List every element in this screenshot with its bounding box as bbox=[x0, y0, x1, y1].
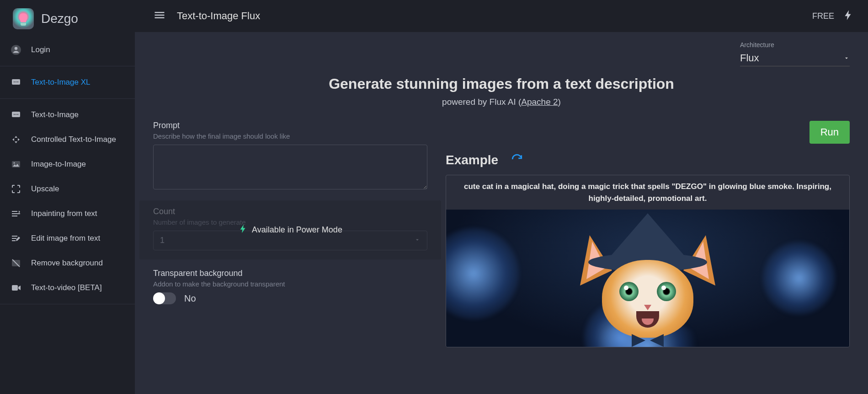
refresh-icon[interactable] bbox=[511, 153, 523, 167]
svg-rect-19 bbox=[12, 285, 18, 291]
example-prompt: cute cat in a magical hat, doing a magic… bbox=[446, 175, 849, 210]
svg-rect-12 bbox=[12, 211, 17, 212]
transparent-field-group: Transparent background Addon to make the… bbox=[153, 269, 427, 304]
svg-point-5 bbox=[17, 81, 18, 82]
architecture-value: Flux bbox=[740, 52, 759, 64]
svg-point-3 bbox=[14, 81, 15, 82]
svg-point-8 bbox=[16, 114, 16, 115]
brand-logo-icon bbox=[13, 8, 34, 29]
divider bbox=[0, 304, 135, 304]
sidebar-item-label: Inpainting from text bbox=[31, 209, 97, 218]
brand[interactable]: Dezgo bbox=[0, 0, 135, 38]
video-icon bbox=[10, 282, 22, 294]
divider bbox=[0, 66, 135, 66]
svg-point-9 bbox=[17, 114, 18, 115]
sidebar-item-label: Edit image from text bbox=[31, 234, 100, 243]
hero-subtitle: powered by Flux AI (Apache 2) bbox=[153, 97, 850, 107]
architecture-select[interactable]: Flux bbox=[740, 50, 850, 66]
hero-title: Generate stunning images from a text des… bbox=[153, 76, 850, 92]
login-label: Login bbox=[31, 45, 50, 54]
prompt-input[interactable] bbox=[153, 145, 427, 189]
message-icon bbox=[10, 76, 22, 88]
sidebar: Dezgo Login Text-to-Image XL Text-to-Ima… bbox=[0, 0, 135, 394]
count-field-group: Count Number of images to generate 1 Ava… bbox=[139, 200, 441, 259]
svg-rect-17 bbox=[12, 240, 16, 241]
svg-rect-13 bbox=[12, 213, 20, 214]
chevron-down-icon bbox=[843, 52, 850, 64]
svg-point-4 bbox=[16, 81, 16, 82]
svg-point-7 bbox=[14, 114, 15, 115]
svg-point-11 bbox=[14, 162, 15, 164]
account-icon bbox=[10, 44, 22, 56]
brand-name: Dezgo bbox=[41, 11, 78, 26]
bolt-icon[interactable] bbox=[842, 9, 854, 23]
transparent-toggle[interactable] bbox=[153, 292, 176, 304]
edit-text-icon bbox=[10, 232, 22, 244]
svg-rect-21 bbox=[155, 15, 165, 16]
page-title: Text-to-Image Flux bbox=[177, 10, 812, 22]
sidebar-item-controlled[interactable]: Controlled Text-to-Image bbox=[0, 127, 135, 152]
architecture-field[interactable]: Architecture Flux bbox=[740, 41, 850, 66]
controlled-icon bbox=[10, 134, 22, 146]
upscale-icon bbox=[10, 183, 22, 195]
sidebar-item-upscale[interactable]: Upscale bbox=[0, 177, 135, 201]
sidebar-item-edit-image[interactable]: Edit image from text bbox=[0, 226, 135, 251]
svg-point-1 bbox=[15, 47, 18, 50]
menu-icon[interactable] bbox=[153, 9, 166, 23]
example-title: Example bbox=[446, 153, 498, 167]
sidebar-item-image-to-image[interactable]: Image-to-Image bbox=[0, 152, 135, 177]
sidebar-item-remove-background[interactable]: Remove background bbox=[0, 251, 135, 275]
topbar: Text-to-Image Flux FREE bbox=[135, 0, 868, 32]
sidebar-item-label: Text-to-video [BETA] bbox=[31, 283, 102, 292]
prompt-field-group: Prompt Describe how the final image shou… bbox=[153, 121, 427, 191]
inpaint-icon bbox=[10, 208, 22, 220]
sidebar-item-label: Upscale bbox=[31, 184, 59, 194]
run-button[interactable]: Run bbox=[809, 121, 850, 144]
architecture-label: Architecture bbox=[740, 41, 850, 49]
svg-rect-16 bbox=[12, 238, 16, 239]
toggle-knob bbox=[153, 292, 165, 304]
sidebar-item-label: Image-to-Image bbox=[31, 160, 86, 169]
chevron-down-icon bbox=[414, 236, 421, 245]
count-hint: Number of images to generate bbox=[153, 218, 427, 226]
prompt-hint: Describe how the final image should look… bbox=[153, 132, 427, 140]
count-select[interactable]: 1 bbox=[153, 231, 427, 250]
sidebar-item-label: Controlled Text-to-Image bbox=[31, 135, 116, 144]
hero: Generate stunning images from a text des… bbox=[153, 76, 850, 107]
sidebar-item-label: Text-to-Image bbox=[31, 110, 79, 119]
remove-bg-icon bbox=[10, 257, 22, 269]
message-icon bbox=[10, 109, 22, 121]
transparent-hint: Addon to make the background transparent bbox=[153, 280, 427, 288]
sidebar-item-text-to-image[interactable]: Text-to-Image bbox=[0, 103, 135, 127]
license-link[interactable]: Apache 2 bbox=[521, 97, 558, 107]
svg-rect-15 bbox=[12, 236, 17, 237]
sidebar-item-text-to-video[interactable]: Text-to-video [BETA] bbox=[0, 275, 135, 300]
transparent-label: Transparent background bbox=[153, 269, 427, 278]
main: Text-to-Image Flux FREE Architecture Flu… bbox=[135, 0, 868, 394]
count-value: 1 bbox=[160, 236, 165, 245]
free-badge: FREE bbox=[812, 11, 834, 21]
picture-icon bbox=[10, 158, 22, 170]
sidebar-item-inpainting[interactable]: Inpainting from text bbox=[0, 201, 135, 226]
sidebar-item-label: Remove background bbox=[31, 259, 103, 268]
example-card: cute cat in a magical hat, doing a magic… bbox=[446, 175, 850, 347]
prompt-label: Prompt bbox=[153, 121, 427, 130]
content: Architecture Flux Generate stunning imag… bbox=[135, 32, 868, 394]
svg-rect-14 bbox=[12, 216, 17, 216]
divider bbox=[0, 98, 135, 99]
svg-rect-20 bbox=[155, 12, 165, 13]
sidebar-item-label: Text-to-Image XL bbox=[31, 78, 90, 87]
svg-rect-22 bbox=[155, 17, 165, 18]
transparent-value-label: No bbox=[184, 293, 196, 304]
count-label: Count bbox=[153, 207, 427, 216]
sidebar-item-text-to-image-xl[interactable]: Text-to-Image XL bbox=[0, 70, 135, 95]
sidebar-item-login[interactable]: Login bbox=[0, 38, 135, 62]
example-image bbox=[446, 210, 849, 347]
